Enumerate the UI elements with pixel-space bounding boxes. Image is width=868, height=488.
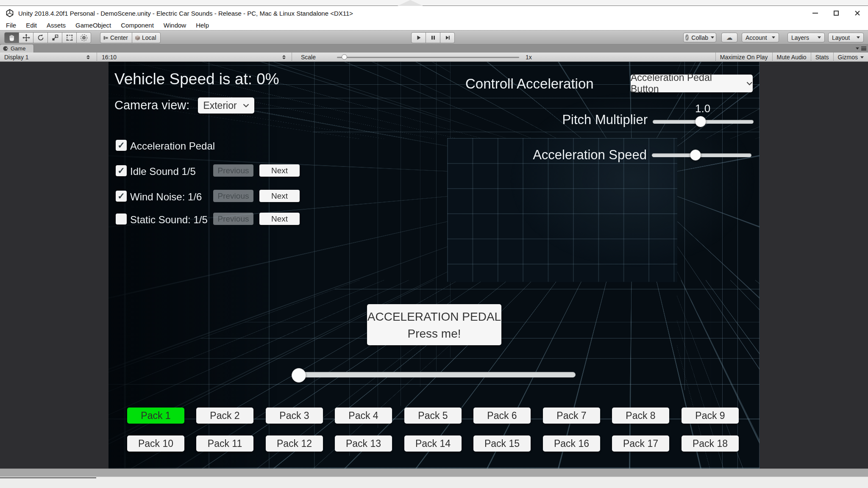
vehicle-speed-text: Vehicle Speed is at: 0% [114,70,279,88]
pack-button-16[interactable]: Pack 16 [543,435,600,452]
acceleration-pedal-button[interactable]: ACCELERATION PEDAL Press me! [367,304,501,345]
control-acceleration-heading: Controll Acceleration [465,76,594,92]
acceleration-speed-slider-track[interactable] [652,153,751,157]
camera-view-dropdown[interactable]: Exterior [198,97,254,114]
acceleration-speed-label: Acceleration Speed [533,147,647,163]
menu-edit[interactable]: Edit [24,22,39,29]
game-view-background: Vehicle Speed is at: 0% Camera view: Ext… [0,62,868,469]
maximize-on-play-button[interactable]: Maximize On Play [715,53,772,62]
pack-button-13[interactable]: Pack 13 [335,435,392,452]
transform-tool-button[interactable] [76,32,91,43]
scale-tool-button[interactable] [47,32,62,43]
layers-label: Layers [791,34,809,41]
scale-slider-track[interactable] [337,57,519,58]
desktop-decoration [398,0,423,6]
pack-button-1[interactable]: Pack 1 [127,408,184,424]
pack-button-8[interactable]: Pack 8 [612,408,669,424]
toggle-static-sound-label: Static Sound: 1/5 [130,214,208,226]
pack-button-11[interactable]: Pack 11 [196,435,253,452]
pack-button-6[interactable]: Pack 6 [473,408,531,424]
menu-component[interactable]: Component [119,22,156,29]
chevron-down-icon [243,104,249,108]
wind-noise-previous-button[interactable]: Previous [213,190,253,202]
speed-slider-track[interactable] [295,372,576,377]
layout-button[interactable]: Layout [828,33,864,42]
pivot-local-button[interactable]: Local [132,32,160,43]
tab-game[interactable]: Game [0,44,34,53]
idle-sound-previous-button[interactable]: Previous [213,164,253,177]
static-sound-previous-button[interactable]: Previous [213,213,253,225]
hand-tool-button[interactable] [4,32,19,43]
move-tool-button[interactable] [19,32,33,43]
rect-tool-button[interactable] [62,32,77,43]
minimize-button[interactable] [804,6,826,20]
game-controlbar: Display 1 16:10 Scale 1x Maximize On Pla… [0,53,868,62]
toggle-idle-sound-label: Idle Sound 1/5 [130,166,196,177]
close-icon [854,10,860,16]
account-button[interactable]: Account [742,33,779,42]
acceleration-pedal-button-dropdown[interactable]: Acceleration Pedal Button [631,75,753,92]
pack-button-7[interactable]: Pack 7 [543,408,600,424]
collab-label: Collab [691,34,708,41]
game-scene: Vehicle Speed is at: 0% Camera view: Ext… [108,62,760,469]
pause-button[interactable] [426,32,440,43]
pack-button-4[interactable]: Pack 4 [335,408,392,424]
rotate-tool-button[interactable] [33,32,48,43]
acceleration-speed-slider-handle[interactable] [690,150,701,161]
pack-button-9[interactable]: Pack 9 [682,408,739,424]
scale-label: Scale [301,54,316,61]
pitch-multiplier-value: 1.0 [695,102,710,115]
camera-view-label: Camera view: [114,98,189,112]
mute-audio-button[interactable]: Mute Audio [772,53,811,62]
stats-button[interactable]: Stats [811,53,833,62]
check-icon: ✓ [116,165,127,176]
gizmos-button[interactable]: Gizmos [833,53,868,62]
play-button[interactable] [411,32,426,43]
aspect-dropdown-arrows[interactable] [282,55,286,59]
pack-button-18[interactable]: Pack 18 [682,435,739,452]
close-button[interactable] [847,6,868,20]
menu-help[interactable]: Help [194,22,211,29]
idle-sound-next-button[interactable]: Next [259,164,300,177]
pack-button-15[interactable]: Pack 15 [473,435,531,452]
toggle-acceleration-pedal[interactable]: ✓ [116,140,127,151]
pivot-center-icon [103,35,108,41]
toggle-wind-noise[interactable]: ✓ [116,191,127,202]
hand-icon [8,34,16,42]
aspect-dropdown[interactable]: 16:10 [102,54,117,61]
pack-button-2[interactable]: Pack 2 [196,408,253,424]
pitch-multiplier-slider-handle[interactable] [695,116,706,127]
menu-gameobject[interactable]: GameObject [74,22,113,29]
speed-slider-handle[interactable] [292,368,306,383]
static-sound-next-button[interactable]: Next [259,213,300,225]
pedal-button-line2: Press me! [367,327,501,341]
menu-assets[interactable]: Assets [45,22,67,29]
horizontal-scrollbar[interactable] [0,469,868,477]
cloud-button[interactable]: ☁ [721,33,737,42]
tab-dropdown-icon[interactable] [856,47,859,50]
tab-menu-icon[interactable] [861,47,866,50]
collab-button[interactable]: ✓ Collab [683,33,716,42]
step-button[interactable] [440,32,455,43]
pack-button-3[interactable]: Pack 3 [266,408,323,424]
window-title: Unity 2018.4.20f1 Personal - DemoScene.u… [18,10,353,17]
bottom-divider [0,477,96,478]
pack-button-17[interactable]: Pack 17 [612,435,669,452]
scale-slider-knob[interactable] [342,54,347,60]
menu-file[interactable]: File [4,22,18,29]
wind-noise-next-button[interactable]: Next [259,190,300,202]
display-dropdown-arrows[interactable] [86,55,90,59]
maximize-button[interactable] [826,6,847,20]
pack-button-12[interactable]: Pack 12 [266,435,323,452]
pack-button-10[interactable]: Pack 10 [127,435,184,452]
pack-button-14[interactable]: Pack 14 [404,435,462,452]
menu-window[interactable]: Window [162,22,188,29]
pivot-center-button[interactable]: Center [100,32,132,43]
display-dropdown[interactable]: Display 1 [4,54,29,61]
chevron-down-icon [860,56,864,58]
toggle-idle-sound[interactable]: ✓ [116,165,127,176]
pack-button-5[interactable]: Pack 5 [404,408,462,424]
layers-button[interactable]: Layers [787,33,825,42]
toggle-static-sound[interactable]: ✓ [116,214,127,225]
rotate-icon [37,34,45,42]
